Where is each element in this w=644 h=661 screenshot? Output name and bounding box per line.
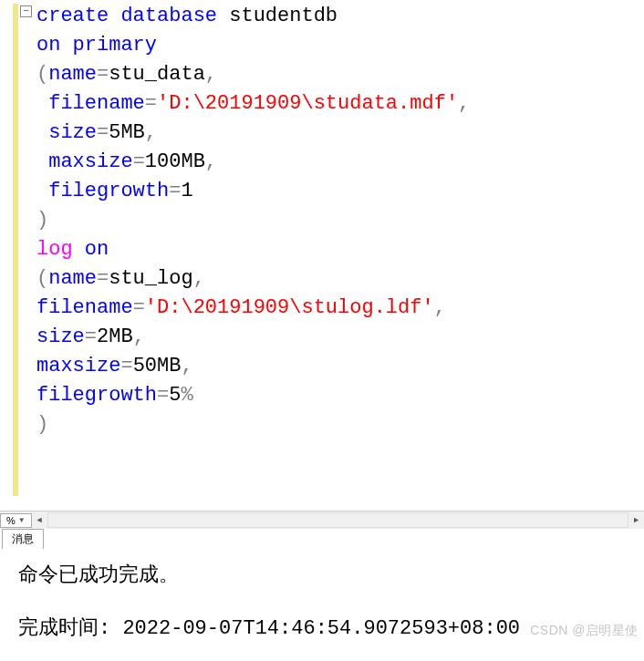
code-line: maxsize=100MB, [36,148,644,177]
fold-toggle-icon[interactable]: − [20,5,32,17]
code-line: filename='D:\20191909\stulog.ldf', [36,294,644,323]
editor-gutter: − [0,0,36,511]
code-line: (name=stu_log, [36,264,644,294]
results-tab-bar: 消息 [0,529,644,549]
code-line: filegrowth=5% [36,381,644,410]
chevron-down-icon: ▼ [18,516,26,524]
code-line: size=2MB, [36,323,644,352]
code-line: maxsize=50MB, [36,352,644,381]
change-indicator [13,4,18,496]
scroll-right-icon[interactable]: ► [628,512,644,528]
zoom-value: % [6,515,16,526]
horizontal-scrollbar[interactable] [47,512,628,528]
editor-bottom-bar: % ▼ ◄ ► [0,511,644,529]
code-content[interactable]: create database studentdbon primary(name… [36,0,644,511]
code-line: ) [36,206,644,235]
code-line: log on [36,235,644,264]
code-line: (name=stu_data, [36,60,644,89]
code-editor[interactable]: − create database studentdbon primary(na… [0,0,644,511]
code-line: ) [36,410,644,439]
code-line: filegrowth=1 [36,177,644,206]
code-line: create database studentdb [36,2,644,31]
messages-tab[interactable]: 消息 [2,529,44,549]
code-line: filename='D:\20191909\studata.mdf', [36,89,644,119]
code-line: on primary [36,31,644,60]
message-success: 命令已成功完成。 [18,556,626,593]
watermark-text: CSDN @启明星使 [530,623,639,639]
code-line: size=5MB, [36,119,644,148]
scroll-left-icon[interactable]: ◄ [32,512,47,528]
zoom-dropdown[interactable]: % ▼ [0,513,32,528]
